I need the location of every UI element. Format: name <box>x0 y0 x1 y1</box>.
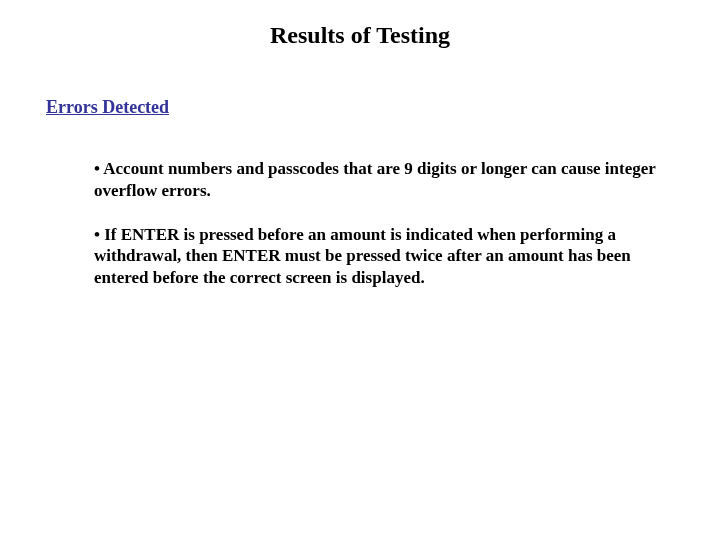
list-item: • Account numbers and passcodes that are… <box>94 158 660 202</box>
section-subtitle: Errors Detected <box>46 97 720 118</box>
bullet-list: • Account numbers and passcodes that are… <box>94 158 660 289</box>
list-item: • If ENTER is pressed before an amount i… <box>94 224 660 289</box>
slide-title: Results of Testing <box>0 22 720 49</box>
slide-container: Results of Testing Errors Detected • Acc… <box>0 0 720 540</box>
